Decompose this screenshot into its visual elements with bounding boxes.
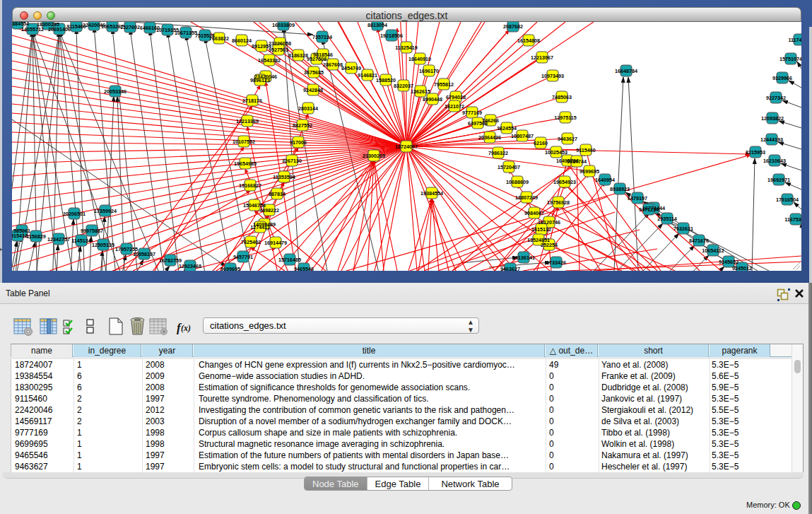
svg-text:(x): (x) xyxy=(181,323,191,333)
svg-text:12342757: 12342757 xyxy=(47,236,70,243)
svg-text:9527503: 9527503 xyxy=(269,47,288,53)
svg-text:887834: 887834 xyxy=(269,191,286,197)
svg-text:23300205: 23300205 xyxy=(363,153,385,159)
svg-text:2935114: 2935114 xyxy=(657,216,677,222)
svg-text:12444193: 12444193 xyxy=(760,136,783,143)
svg-text:17359924: 17359924 xyxy=(94,208,117,214)
svg-text:19756928: 19756928 xyxy=(547,199,570,206)
svg-text:9115460: 9115460 xyxy=(576,147,596,153)
svg-text:62160: 62160 xyxy=(534,140,548,146)
svg-text:9457791: 9457791 xyxy=(233,254,253,260)
svg-text:20364436: 20364436 xyxy=(478,134,501,141)
svg-text:8813054: 8813054 xyxy=(367,22,387,28)
svg-text:9471234: 9471234 xyxy=(639,206,659,213)
svg-text:10654112: 10654112 xyxy=(702,247,724,254)
svg-text:252254: 252254 xyxy=(541,242,558,248)
svg-text:2867608: 2867608 xyxy=(323,62,343,68)
svg-text:9329966: 9329966 xyxy=(772,75,792,81)
svg-text:16033809: 16033809 xyxy=(272,22,295,28)
svg-text:9463627: 9463627 xyxy=(558,136,577,142)
svg-text:17016504: 17016504 xyxy=(776,197,799,203)
svg-text:9463627: 9463627 xyxy=(500,266,520,271)
svg-text:12975115: 12975115 xyxy=(554,115,577,121)
svg-text:8471676: 8471676 xyxy=(689,238,709,244)
svg-text:16914479: 16914479 xyxy=(264,240,287,246)
svg-text:3915412: 3915412 xyxy=(12,233,28,239)
svg-text:19692971: 19692971 xyxy=(767,177,790,183)
svg-text:8215953: 8215953 xyxy=(746,149,765,156)
svg-text:3624554: 3624554 xyxy=(497,125,517,132)
svg-text:2718176: 2718176 xyxy=(242,98,262,104)
svg-text:1621072: 1621072 xyxy=(445,103,464,110)
svg-text:8990448: 8990448 xyxy=(423,96,442,103)
svg-text:2087682: 2087682 xyxy=(503,23,523,30)
svg-text:11325419: 11325419 xyxy=(395,45,418,51)
svg-text:19384554: 19384554 xyxy=(420,190,443,197)
svg-text:2803144: 2803144 xyxy=(298,105,318,112)
svg-text:20206501: 20206501 xyxy=(63,211,86,217)
svg-text:16543382: 16543382 xyxy=(258,57,281,64)
svg-text:9896123: 9896123 xyxy=(250,77,270,83)
svg-text:16154808: 16154808 xyxy=(517,37,540,44)
svg-text:18807249: 18807249 xyxy=(515,194,538,201)
svg-text:9084067: 9084067 xyxy=(524,210,544,216)
svg-text:9227342: 9227342 xyxy=(766,95,786,101)
svg-text:18640910: 18640910 xyxy=(408,56,431,62)
svg-text:11353594: 11353594 xyxy=(273,174,295,180)
svg-text:6497568: 6497568 xyxy=(468,120,488,127)
svg-text:8186328: 8186328 xyxy=(288,52,308,59)
svg-text:10025453: 10025453 xyxy=(545,149,567,156)
svg-text:9245012: 9245012 xyxy=(732,265,752,271)
svg-text:917006: 917006 xyxy=(290,139,307,146)
svg-text:4498222: 4498222 xyxy=(259,207,279,214)
svg-text:19218506: 19218506 xyxy=(380,33,403,39)
svg-text:12505135: 12505135 xyxy=(92,242,114,248)
svg-text:1156829: 1156829 xyxy=(26,233,46,240)
svg-text:8454749: 8454749 xyxy=(341,65,361,71)
svg-text:19654923: 19654923 xyxy=(553,179,576,185)
svg-text:1588520: 1588520 xyxy=(376,77,396,83)
svg-text:3267130: 3267130 xyxy=(282,158,302,164)
svg-text:15716485: 15716485 xyxy=(278,257,301,263)
svg-text:1527602: 1527602 xyxy=(120,24,140,30)
svg-text:12213369: 12213369 xyxy=(236,118,259,124)
svg-text:9146821: 9146821 xyxy=(358,72,377,78)
svg-text:16120746: 16120746 xyxy=(538,219,560,226)
svg-text:23226058: 23226058 xyxy=(269,40,291,47)
svg-text:9465546: 9465546 xyxy=(294,266,314,271)
svg-text:1733426: 1733426 xyxy=(546,259,566,266)
svg-text:9245652: 9245652 xyxy=(719,259,739,265)
svg-text:6794028: 6794028 xyxy=(446,94,466,100)
svg-text:20053346: 20053346 xyxy=(104,88,126,95)
svg-text:7625402: 7625402 xyxy=(241,239,261,245)
svg-text:10958107: 10958107 xyxy=(133,251,155,257)
svg-text:12213967: 12213967 xyxy=(531,54,553,61)
svg-text:9777169: 9777169 xyxy=(462,110,482,116)
svg-text:7632621: 7632621 xyxy=(673,226,693,232)
svg-text:16210643: 16210643 xyxy=(763,158,786,164)
svg-text:8938923: 8938923 xyxy=(610,186,630,192)
svg-text:16648784: 16648784 xyxy=(615,68,637,74)
svg-text:11675331: 11675331 xyxy=(784,216,801,223)
svg-text:15751074: 15751074 xyxy=(779,56,801,62)
svg-text:11174444: 11174444 xyxy=(788,37,801,43)
svg-text:8427552: 8427552 xyxy=(293,122,312,129)
svg-text:18724007: 18724007 xyxy=(395,144,418,150)
svg-text:7986322: 7986322 xyxy=(488,150,508,156)
svg-text:9699695: 9699695 xyxy=(579,168,599,175)
svg-text:9699695: 9699695 xyxy=(220,266,240,271)
svg-text:1362615: 1362615 xyxy=(411,88,430,95)
svg-text:10107552: 10107552 xyxy=(233,139,255,145)
svg-text:3675685: 3675685 xyxy=(304,69,324,76)
svg-text:7955812: 7955812 xyxy=(434,81,454,88)
svg-text:10688609: 10688609 xyxy=(506,179,529,185)
svg-text:1615132: 1615132 xyxy=(531,226,551,233)
svg-text:19654985: 19654985 xyxy=(234,160,257,167)
svg-text:9084744: 9084744 xyxy=(567,158,587,165)
svg-text:10973493: 10973493 xyxy=(541,73,564,79)
svg-text:1274411: 1274411 xyxy=(250,224,270,230)
svg-text:19166827: 19166827 xyxy=(239,182,261,189)
svg-text:12923468: 12923468 xyxy=(179,263,201,269)
svg-text:9818546: 9818546 xyxy=(313,52,333,58)
svg-text:99975887: 99975887 xyxy=(81,228,103,234)
